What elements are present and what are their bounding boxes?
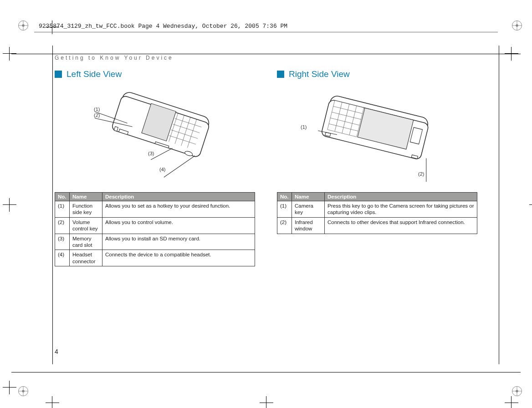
col-desc: Description xyxy=(102,193,255,201)
square-bullet-icon xyxy=(277,71,284,78)
page-border xyxy=(11,372,521,372)
table-row: (2) Infrared window Connects to other de… xyxy=(277,217,477,234)
callout-3: (3) xyxy=(148,151,154,156)
table-header-row: No. Name Description xyxy=(277,193,477,201)
reg-mark-icon xyxy=(512,386,522,396)
table-row: (2) Volume control key Allows you to con… xyxy=(55,217,255,234)
callout-1: (1) xyxy=(94,107,100,112)
callout-2: (2) xyxy=(94,112,100,118)
right-side-view-heading: Right Side View xyxy=(277,69,477,79)
table-row: (3) Memory card slot Allows you to insta… xyxy=(55,234,255,250)
table-row: (4) Headset connector Connects the devic… xyxy=(55,250,255,266)
page-content: Getting to Know Your Device Left Side Vi… xyxy=(55,55,477,355)
heading-text: Left Side View xyxy=(66,69,122,79)
left-side-view-heading: Left Side View xyxy=(55,69,255,79)
left-parts-table: No. Name Description (1) Function side k… xyxy=(55,192,255,266)
right-parts-table: No. Name Description (1) Camera key Pres… xyxy=(277,192,477,234)
header-filename: 9235874_3129_zh_tw_FCC.book Page 4 Wedne… xyxy=(39,23,287,30)
svg-line-30 xyxy=(164,156,195,177)
phone-left-svg xyxy=(80,86,230,186)
page-number: 4 xyxy=(55,348,58,355)
table-header-row: No. Name Description xyxy=(55,193,255,201)
table-row: (1) Camera key Press this key to go to t… xyxy=(277,201,477,218)
page-border xyxy=(11,54,521,54)
page-border xyxy=(499,46,499,364)
callout-1: (1) xyxy=(301,124,307,130)
col-no: No. xyxy=(277,193,292,201)
col-desc: Description xyxy=(325,193,477,201)
col-no: No. xyxy=(55,193,70,201)
col-name: Name xyxy=(70,193,102,201)
right-column: Right Side View (1) (2) xyxy=(277,69,477,266)
callout-2: (2) xyxy=(418,171,424,177)
heading-text: Right Side View xyxy=(289,69,350,79)
header-rule xyxy=(34,32,498,32)
device-right-illustration: (1) (2) xyxy=(277,86,477,186)
col-name: Name xyxy=(292,193,325,201)
reg-mark-icon xyxy=(512,20,522,31)
device-left-illustration: (1) (2) (3) (4) xyxy=(55,86,255,186)
table-row: (1) Function side key Allows you to set … xyxy=(55,201,255,218)
reg-mark-icon xyxy=(18,386,28,396)
left-column: Left Side View (1) (2) (3) (4) xyxy=(55,69,255,266)
square-bullet-icon xyxy=(55,71,62,78)
page-border xyxy=(52,46,53,364)
callout-4: (4) xyxy=(159,167,165,172)
phone-right-svg xyxy=(297,86,457,186)
section-breadcrumb: Getting to Know Your Device xyxy=(55,55,477,61)
reg-mark-icon xyxy=(18,20,28,31)
